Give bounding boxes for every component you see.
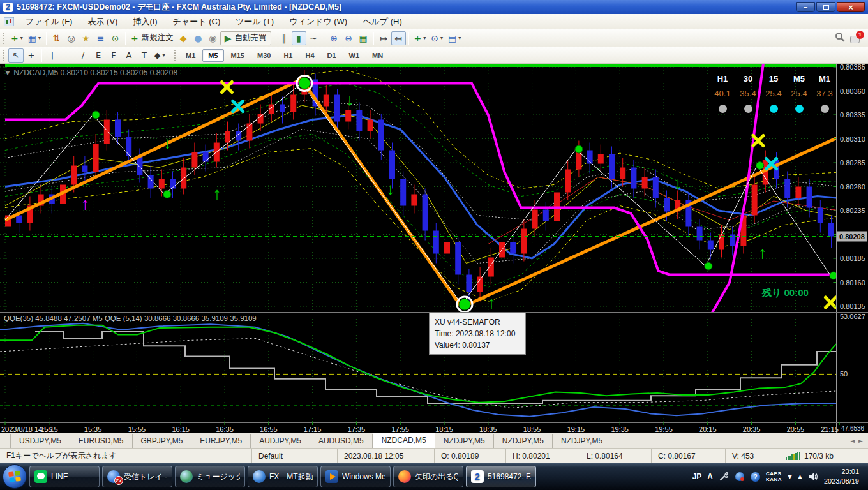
status-profile[interactable]: Default [251,449,337,463]
strategy-tester-button[interactable]: ⊙ [108,31,123,45]
candlestick-button[interactable]: ▮ [292,31,306,45]
ime-tools-icon[interactable] [719,471,729,482]
templates-button[interactable]: ▤▾ [445,31,463,45]
label-tool[interactable]: T [137,48,152,63]
semafor-dot-icon[interactable] [705,262,712,270]
language-bar-options-icon[interactable]: ▼ [788,473,792,480]
help-tray-icon[interactable]: ? [751,472,760,482]
semafor-dot-icon[interactable] [299,78,310,89]
ime-mode-indicator[interactable]: A [707,472,713,481]
tabs-scroll-right-icon[interactable]: ► [858,438,863,444]
maximize-button[interactable] [816,2,835,12]
chart-tab-8[interactable]: NZDJPY,M5 [494,434,553,448]
crosshair-tool[interactable]: + [24,48,39,63]
chart-tab-6[interactable]: NZDCAD,M5 [373,433,435,448]
tabs-scroll-left-icon[interactable]: ◄ [850,438,855,444]
menu-help[interactable]: ヘルプ (H) [355,14,410,29]
profiles-button[interactable]: ▦▾ [26,31,43,45]
symbol-ohlc-label[interactable]: ▼ NZDCAD,M5 0.80210 0.80215 0.80205 0.80… [4,68,177,77]
menu-insert[interactable]: 挿入(I) [125,14,165,29]
timeframe-mn[interactable]: MN [366,49,389,62]
timeframe-m1[interactable]: M1 [180,49,201,62]
notifications-button[interactable]: 1 [850,33,862,43]
timeframe-d1[interactable]: D1 [322,49,342,62]
semafor-dot-icon[interactable] [575,145,583,153]
task-music[interactable]: ミュージック [175,466,245,487]
chart-shift-button[interactable]: ↤ [391,31,406,45]
trendline-tool[interactable]: / [75,48,91,63]
chart-tab-3[interactable]: EURJPY,M5 [191,434,251,448]
signals-button[interactable]: ◉ [206,31,220,45]
chart-tab-2[interactable]: GBPJPY,M5 [133,434,192,448]
equidistant-channel-tool[interactable]: E [91,48,106,63]
hline-tool[interactable]: — [60,48,75,63]
cursor-tool[interactable]: ↖ [8,48,24,63]
periods-button[interactable]: ⊙▾ [428,31,445,45]
bar-chart-button[interactable]: ‖ [277,31,292,45]
menu-tools[interactable]: ツール (T) [228,14,281,29]
tile-windows-button[interactable]: ▦ [356,31,371,45]
chart-tab-4[interactable]: AUDJPY,M5 [251,434,310,448]
zoom-out-button[interactable]: ⊖ [341,31,356,45]
indicators-button[interactable]: +▾ [412,31,429,45]
chart-canvas[interactable]: ↑↓↑↓↓↑↓↑0.803850.803600.803350.803100.80… [0,64,868,433]
taskbar-clock[interactable]: 23:01 2023/08/19 [824,467,859,486]
terminal-button[interactable]: ≡ [93,31,108,45]
auto-scroll-button[interactable]: ↦ [377,31,391,45]
shapes-icon: ◆ [154,51,161,59]
chart-tab-5[interactable]: AUDUSD,M5 [310,434,373,448]
volume-icon[interactable] [808,471,818,482]
timeframe-m5[interactable]: M5 [202,49,223,62]
new-chart-button[interactable]: +▾ [8,31,26,45]
vline-tool[interactable]: | [45,48,60,63]
metaeditor-button[interactable]: ◆ [176,31,191,45]
task-mt4[interactable]: 251698472: F... [466,466,536,487]
fibonacci-tool[interactable]: F [106,48,121,63]
menu-view[interactable]: 表示 (V) [80,14,125,29]
semafor-dot-icon[interactable] [92,111,100,119]
toolbar-grip[interactable] [3,50,6,61]
timeframe-w1[interactable]: W1 [343,49,366,62]
chart-area[interactable]: ↑↓↑↓↓↑↓↑0.803850.803600.803350.803100.80… [0,64,868,433]
task-windows-media[interactable]: Windows Me... [320,466,391,487]
chart-tab-9[interactable]: NZDJPY,M5 [553,434,611,448]
toolbar-grip[interactable] [174,50,177,61]
news-button[interactable]: ● [191,31,206,45]
market-watch-button[interactable]: ⇅ [49,31,64,45]
timeframe-m30[interactable]: M30 [251,49,276,62]
language-indicator[interactable]: JP [692,472,702,481]
auto-trading-button[interactable]: ▶自動売買 [220,31,271,45]
search-button[interactable] [835,32,845,45]
close-button[interactable]: × [837,2,865,12]
show-hidden-icons-button[interactable]: ▲ [798,473,802,480]
toolbar-grip[interactable] [3,33,6,44]
minimize-button[interactable]: – [796,2,815,12]
line-chart-button[interactable]: ~ [306,31,321,45]
ime-caps-kana[interactable]: CAPS KANA [766,471,782,482]
toolbar-separator [41,49,42,62]
task-firefox[interactable]: 矢印の出るQ... [393,466,463,487]
chart-tab-1[interactable]: EURUSD,M5 [70,434,133,448]
task-fx-shortcut[interactable]: FX MT起動SC [248,466,318,487]
menu-file[interactable]: ファイル (F) [18,14,80,29]
task-line[interactable]: LINE [29,466,100,487]
start-button[interactable] [3,464,27,489]
task-thunderbird[interactable]: 27受信トレイ - ... [102,466,172,487]
zoom-in-button[interactable]: ⊕ [327,31,341,45]
new-order-button[interactable]: +新規注文 [128,31,176,45]
chart-tab-7[interactable]: NZDJPY,M5 [435,434,494,448]
text-tool[interactable]: A [121,48,137,63]
semafor-dot-icon[interactable] [163,191,171,198]
shapes-tool[interactable]: ◆▾ [152,48,167,63]
timeframe-h4[interactable]: H4 [299,49,320,62]
navigator-button[interactable]: ★ [79,31,93,45]
timeframe-m15[interactable]: M15 [225,49,250,62]
chart-tab-0[interactable]: USDJPY,M5 [10,434,70,448]
app-tray-icon[interactable] [735,471,745,482]
semafor-dot-icon[interactable] [756,162,764,170]
data-window-button[interactable]: ◎ [64,31,79,45]
menu-window[interactable]: ウィンドウ (W) [281,14,355,29]
semafor-dot-icon[interactable] [459,299,470,310]
menu-charts[interactable]: チャート (C) [165,14,228,29]
timeframe-h1[interactable]: H1 [278,49,298,62]
